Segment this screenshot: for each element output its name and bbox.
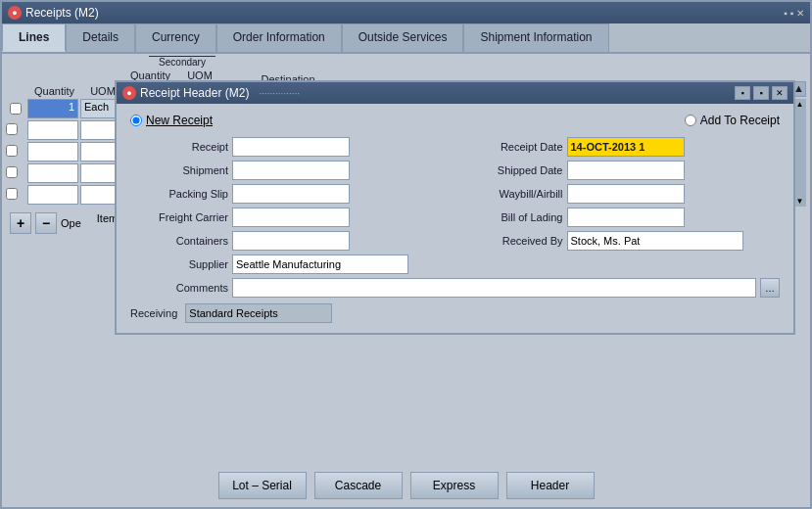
add-to-receipt-option[interactable]: Add To Receipt (685, 114, 780, 127)
empty-qty[interactable] (27, 120, 78, 140)
tab-shipment-information[interactable]: Shipment Information (463, 23, 608, 52)
window-controls[interactable]: ▪ ▪ ✕ (784, 8, 804, 19)
containers-label: Containers (130, 235, 228, 247)
scroll-down-btn[interactable]: ▼ (796, 197, 804, 206)
lot-serial-button[interactable]: Lot – Serial (218, 472, 307, 499)
dialog-title-bar: ● Receipt Header (M2) ··············· ▪ … (117, 82, 793, 104)
comments-expand-button[interactable]: … (760, 278, 780, 298)
dialog-title: Receipt Header (M2) (140, 86, 249, 100)
shipment-label: Shipment (130, 164, 228, 176)
tabs-bar: Lines Details Currency Order Information… (2, 23, 810, 54)
cascade-button[interactable]: Cascade (314, 472, 403, 499)
receipt-input[interactable] (232, 137, 350, 157)
comments-label: Comments (130, 282, 228, 294)
dialog-close-btn[interactable]: ✕ (772, 86, 788, 100)
dialog-form: Receipt Shipment Packing Slip Freight Ca… (130, 137, 780, 274)
quantity-cell[interactable]: 1 (27, 99, 78, 118)
add-remove-section: + − Ope (10, 212, 81, 234)
add-row-button[interactable]: + (10, 212, 31, 234)
main-window: ● Receipts (M2) ▪ ▪ ✕ Lines Details Curr… (0, 0, 812, 509)
tab-outside-services[interactable]: Outside Services (342, 23, 464, 52)
receipt-label: Receipt (130, 141, 228, 153)
add-to-receipt-label: Add To Receipt (700, 114, 780, 127)
waybill-label: Waybill/Airbill (465, 188, 563, 200)
receipt-field-row: Receipt (130, 137, 446, 157)
new-receipt-radio[interactable] (130, 115, 142, 126)
receipt-date-label: Receipt Date (465, 141, 563, 153)
empty-check-2[interactable] (6, 145, 18, 157)
freight-carrier-input[interactable] (232, 208, 350, 227)
tab-currency[interactable]: Currency (135, 23, 216, 52)
dialog-title-dots: ··············· (259, 88, 300, 99)
secondary-label: Secondary (149, 56, 215, 68)
dialog-maximize-btn[interactable]: ▪ (753, 86, 769, 100)
received-by-field-row: Received By (465, 231, 781, 251)
supplier-field-row: Supplier (130, 254, 446, 274)
bill-of-lading-label: Bill of Lading (465, 211, 563, 223)
packing-slip-input[interactable] (232, 184, 350, 204)
receiving-type-input[interactable] (185, 303, 332, 323)
waybill-input[interactable] (567, 184, 685, 204)
left-form-section: Receipt Shipment Packing Slip Freight Ca… (130, 137, 446, 274)
main-title-bar: ● Receipts (M2) ▪ ▪ ✕ (2, 2, 810, 23)
receipt-date-input[interactable] (567, 137, 685, 157)
secondary-group: Secondary Quantity UOM (123, 56, 241, 81)
new-receipt-option[interactable]: New Receipt (130, 114, 213, 127)
dialog-minimize-btn[interactable]: ▪ (735, 86, 750, 100)
bill-of-lading-input[interactable] (567, 208, 685, 227)
tab-lines[interactable]: Lines (2, 23, 66, 52)
shipment-input[interactable] (232, 161, 350, 180)
packing-slip-label: Packing Slip (130, 188, 228, 200)
received-by-label: Received By (465, 235, 563, 247)
received-by-input[interactable] (567, 231, 743, 251)
supplier-input[interactable] (232, 254, 408, 274)
receiving-label: Receiving (130, 307, 177, 319)
tab-details[interactable]: Details (66, 23, 135, 52)
bill-of-lading-field-row: Bill of Lading (465, 208, 781, 227)
dialog-body: New Receipt Add To Receipt Receipt Shipm… (117, 104, 793, 333)
scroll-up-btn[interactable]: ▲ (796, 100, 804, 109)
containers-input[interactable] (232, 231, 350, 251)
right-form-section: Receipt Date Shipped Date Waybill/Airbil… (465, 137, 781, 274)
dialog-app-icon: ● (122, 86, 136, 100)
main-window-title: Receipts (M2) (25, 6, 99, 20)
empty-check[interactable] (6, 123, 18, 135)
tab-order-information[interactable]: Order Information (216, 23, 342, 52)
dialog-bottom-row: Receiving (130, 303, 780, 323)
quantity-col-header: Quantity (27, 85, 81, 97)
containers-field-row: Containers (130, 231, 446, 251)
express-button[interactable]: Express (410, 472, 499, 499)
receipt-date-field-row: Receipt Date (465, 137, 781, 157)
footer-buttons-area: Lot – Serial Cascade Express Header (2, 472, 810, 499)
shipment-field-row: Shipment (130, 161, 446, 180)
waybill-field-row: Waybill/Airbill (465, 184, 781, 204)
empty-check-3[interactable] (6, 166, 18, 178)
add-to-receipt-radio[interactable] (685, 115, 696, 126)
shipped-date-input[interactable] (567, 161, 685, 180)
remove-row-button[interactable]: − (35, 212, 57, 234)
comments-row: Comments … (130, 278, 780, 298)
row-checkbox[interactable] (6, 103, 25, 115)
row-check-input[interactable] (10, 103, 22, 115)
shipped-date-label: Shipped Date (465, 164, 563, 176)
receipt-header-dialog: ● Receipt Header (M2) ··············· ▪ … (115, 80, 795, 335)
packing-slip-field-row: Packing Slip (130, 184, 446, 204)
supplier-label: Supplier (130, 258, 228, 270)
title-bar-left: ● Receipts (M2) (8, 6, 99, 20)
shipped-date-field-row: Shipped Date (465, 161, 781, 180)
header-button[interactable]: Header (506, 472, 595, 499)
comments-input[interactable] (232, 278, 756, 298)
receipt-type-radio-group: New Receipt Add To Receipt (130, 114, 780, 127)
empty-check-4[interactable] (6, 188, 18, 200)
dialog-title-left: ● Receipt Header (M2) ··············· (122, 86, 300, 100)
dialog-window-controls: ▪ ▪ ✕ (735, 86, 788, 100)
app-icon: ● (8, 6, 22, 20)
new-receipt-label: New Receipt (146, 114, 213, 127)
open-label: Ope (61, 217, 81, 229)
freight-carrier-field-row: Freight Carrier (130, 208, 446, 227)
freight-carrier-label: Freight Carrier (130, 211, 228, 223)
